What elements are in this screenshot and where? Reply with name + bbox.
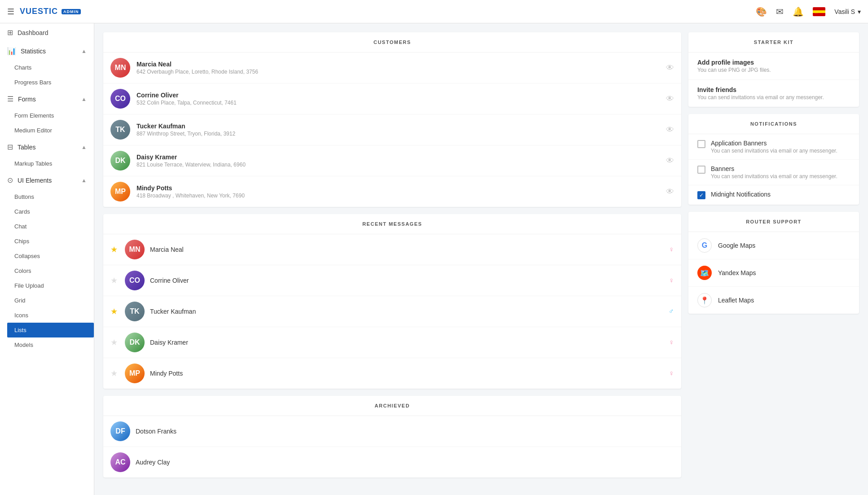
mail-icon[interactable]: ✉	[776, 6, 784, 17]
sidebar-section-tables[interactable]: ⊟ Tables ▲	[0, 138, 94, 156]
star-icon[interactable]: ★	[110, 307, 119, 316]
messages-list: ★ MN Marcia Neal ♀ ★ CO Corrine Oliver ♀…	[103, 234, 681, 389]
topnav-logo: VUESTIC ADMIN	[20, 7, 81, 16]
notification-row: Banners You can send invitations via ema…	[688, 160, 859, 185]
notification-info: Midnight Notifications	[711, 191, 850, 198]
customer-info: Marcia Neal 642 Overbaugh Place, Loretto…	[137, 61, 660, 75]
notification-checkbox[interactable]	[697, 166, 705, 174]
router-row[interactable]: 🗺️ Yandex Maps	[688, 259, 859, 287]
archived-row: AC Audrey Clay	[103, 447, 681, 477]
sidebar-label-dashboard: Dashboard	[18, 29, 48, 36]
customer-address: 642 Overbaugh Place, Loretto, Rhode Isla…	[137, 69, 660, 75]
message-row: ★ MN Marcia Neal ♀	[103, 234, 681, 265]
notification-checkbox[interactable]	[697, 140, 705, 148]
sidebar-item-chat[interactable]: Chat	[7, 219, 94, 234]
sidebar-item-progress-bars[interactable]: Progress Bars	[7, 75, 94, 90]
view-icon[interactable]: 👁	[666, 63, 674, 73]
avatar: TK	[125, 302, 145, 321]
router-list: G Google Maps 🗺️ Yandex Maps 📍 Leaflet M…	[688, 232, 859, 314]
avatar: AC	[110, 452, 130, 472]
sidebar-section-statistics[interactable]: 📊 Statistics ▲	[0, 42, 94, 60]
customer-info: Corrine Oliver 532 Colin Place, Talpa, C…	[137, 92, 660, 106]
router-name: Yandex Maps	[718, 269, 756, 276]
sidebar-item-form-elements[interactable]: Form Elements	[7, 108, 94, 123]
sidebar-item-colors[interactable]: Colors	[7, 263, 94, 278]
avatar: CO	[110, 89, 130, 109]
router-row[interactable]: 📍 Leaflet Maps	[688, 287, 859, 314]
sidebar-item-grid[interactable]: Grid	[7, 293, 94, 308]
bell-icon[interactable]: 🔔	[793, 6, 804, 17]
router-icon: G	[697, 238, 712, 253]
chevron-up-icon-forms: ▲	[81, 96, 87, 102]
sidebar-label-ui-elements: UI Elements	[18, 177, 52, 184]
sidebar-item-collapses[interactable]: Collapses	[7, 249, 94, 263]
router-name: Google Maps	[718, 242, 755, 249]
message-row: ★ TK Tucker Kaufman ♂	[103, 296, 681, 327]
sidebar-item-lists[interactable]: Lists	[7, 323, 94, 337]
sidebar-item-models[interactable]: Models	[7, 337, 94, 352]
sidebar-sub-forms: Form Elements Medium Editor	[0, 108, 94, 138]
notification-checkbox[interactable]: ✓	[697, 191, 705, 199]
customer-name: Tucker Kaufman	[137, 123, 660, 130]
sidebar-sub-ui-elements: Buttons Cards Chat Chips Collapses Color…	[0, 189, 94, 352]
starter-kit-list: Add profile images You can use PNG or JP…	[688, 53, 859, 107]
recent-messages-card: RECENT MESSAGES ★ MN Marcia Neal ♀ ★ CO …	[103, 214, 681, 389]
view-icon[interactable]: 👁	[666, 125, 674, 135]
sidebar-item-medium-editor[interactable]: Medium Editor	[7, 123, 94, 138]
router-icon: 🗺️	[697, 266, 712, 280]
view-icon[interactable]: 👁	[666, 94, 674, 104]
star-icon[interactable]: ★	[110, 337, 119, 347]
left-column: CUSTOMERS MN Marcia Neal 642 Overbaugh P…	[103, 32, 681, 486]
customer-address: 887 Winthrop Street, Tryon, Florida, 391…	[137, 131, 660, 137]
color-wheel-icon[interactable]: 🎨	[756, 6, 767, 17]
flag-icon[interactable]	[813, 7, 825, 16]
gender-female-icon: ♀	[669, 245, 674, 254]
logo-text: VUESTIC	[20, 7, 58, 16]
sidebar-item-dashboard[interactable]: ⊞ Dashboard	[0, 23, 94, 42]
starter-kit-title: STARTER KIT	[688, 32, 859, 53]
sidebar-item-cards[interactable]: Cards	[7, 204, 94, 219]
star-icon[interactable]: ★	[110, 276, 119, 285]
view-icon[interactable]: 👁	[666, 156, 674, 166]
app-body: ⊞ Dashboard 📊 Statistics ▲ Charts Progre…	[0, 23, 868, 495]
notifications-title: NOTIFICATIONS	[688, 114, 859, 134]
customer-info: Daisy Kramer 821 Louise Terrace, Watervi…	[137, 153, 660, 168]
avatar: DK	[125, 333, 145, 352]
sidebar-section-forms[interactable]: ☰ Forms ▲	[0, 90, 94, 108]
view-icon[interactable]: 👁	[666, 187, 674, 197]
archived-card: ARCHIEVED DF Dotson Franks AC Audrey Cla…	[103, 396, 681, 477]
customer-row: DK Daisy Kramer 821 Louise Terrace, Wate…	[103, 145, 681, 176]
star-icon[interactable]: ★	[110, 245, 119, 254]
sidebar-section-ui-elements[interactable]: ⊙ UI Elements ▲	[0, 171, 94, 189]
customer-info: Mindy Potts 418 Broadway , Whitehaven, N…	[137, 184, 660, 199]
customer-name: Marcia Neal	[137, 61, 660, 68]
star-icon[interactable]: ★	[110, 368, 119, 378]
user-menu[interactable]: Vasili S ▾	[834, 8, 861, 15]
avatar: DK	[110, 151, 130, 171]
notification-subtitle: You can send invitations via email or an…	[711, 148, 850, 154]
sidebar-item-buttons[interactable]: Buttons	[7, 189, 94, 204]
topnav: ☰ VUESTIC ADMIN 🎨 ✉ 🔔 Vasili S ▾	[0, 0, 868, 23]
sidebar-item-charts[interactable]: Charts	[7, 60, 94, 75]
customers-card: CUSTOMERS MN Marcia Neal 642 Overbaugh P…	[103, 32, 681, 207]
gender-female-icon: ♀	[669, 276, 674, 285]
archived-list: DF Dotson Franks AC Audrey Clay	[103, 416, 681, 477]
customers-list: MN Marcia Neal 642 Overbaugh Place, Lore…	[103, 53, 681, 207]
sidebar-item-markup-tables[interactable]: Markup Tables	[7, 156, 94, 171]
customer-row: CO Corrine Oliver 532 Colin Place, Talpa…	[103, 83, 681, 114]
customer-name: Mindy Potts	[137, 184, 660, 192]
sidebar-label-tables: Tables	[18, 144, 35, 151]
router-row[interactable]: G Google Maps	[688, 232, 859, 259]
customer-name: Daisy Kramer	[137, 153, 660, 161]
sidebar-item-file-upload[interactable]: File Upload	[7, 278, 94, 293]
forms-icon: ☰	[7, 95, 13, 103]
customer-row: MP Mindy Potts 418 Broadway , Whitehaven…	[103, 176, 681, 207]
sidebar-item-chips[interactable]: Chips	[7, 234, 94, 249]
avatar: MN	[110, 58, 130, 78]
notification-row: Application Banners You can send invitat…	[688, 134, 859, 160]
recent-messages-title: RECENT MESSAGES	[103, 214, 681, 234]
customer-address: 821 Louise Terrace, Waterview, Indiana, …	[137, 162, 660, 168]
sidebar-item-icons[interactable]: Icons	[7, 308, 94, 323]
archived-title: ARCHIEVED	[103, 396, 681, 416]
hamburger-icon[interactable]: ☰	[7, 7, 14, 17]
